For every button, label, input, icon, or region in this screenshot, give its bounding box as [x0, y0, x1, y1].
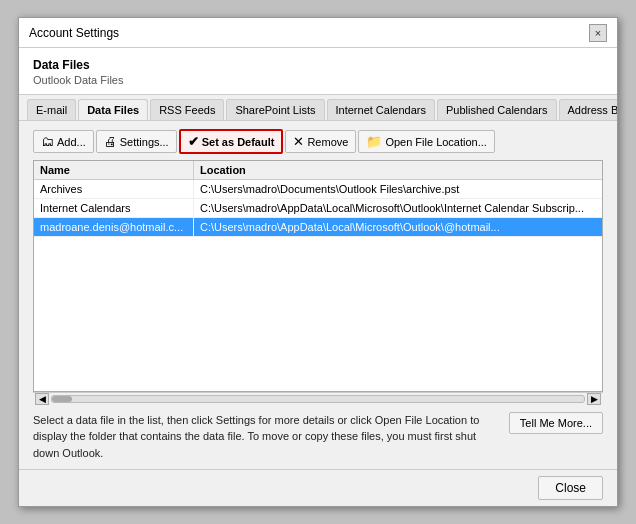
tab-address-books[interactable]: Address Books: [559, 99, 617, 120]
set-default-label: Set as Default: [202, 136, 275, 148]
title-bar: Account Settings ×: [19, 18, 617, 48]
col-location-header: Location: [194, 161, 602, 179]
dialog-title: Account Settings: [29, 26, 119, 40]
table-row-selected[interactable]: madroane.denis@hotmail.c... C:\Users\mad…: [34, 218, 602, 237]
remove-icon: ✕: [293, 134, 304, 149]
tabs-bar: E-mail Data Files RSS Feeds SharePoint L…: [19, 95, 617, 121]
close-dialog-button[interactable]: Close: [538, 476, 603, 500]
add-icon: 🗂: [41, 134, 54, 149]
table-row[interactable]: Archives C:\Users\madro\Documents\Outloo…: [34, 180, 602, 199]
remove-label: Remove: [307, 136, 348, 148]
remove-button[interactable]: ✕ Remove: [285, 130, 356, 153]
row-location: C:\Users\madro\AppData\Local\Microsoft\O…: [194, 199, 602, 217]
horizontal-scrollbar[interactable]: ◀ ▶: [33, 392, 603, 406]
tab-email[interactable]: E-mail: [27, 99, 76, 120]
scroll-right-btn[interactable]: ▶: [587, 393, 601, 405]
settings-icon: 🖨: [104, 134, 117, 149]
checkmark-icon: ✔: [188, 134, 199, 149]
add-label: Add...: [57, 136, 86, 148]
open-file-button[interactable]: 📁 Open File Location...: [358, 130, 495, 153]
add-button[interactable]: 🗂 Add...: [33, 130, 94, 153]
data-files-area: Name Location Archives C:\Users\madro\Do…: [33, 160, 603, 406]
account-settings-dialog: Account Settings × Data Files Outlook Da…: [18, 17, 618, 507]
tab-data-files[interactable]: Data Files: [78, 99, 148, 121]
table-header: Name Location: [34, 161, 602, 180]
row-location: C:\Users\madro\AppData\Local\Microsoft\O…: [194, 218, 602, 236]
dialog-footer: Close: [19, 469, 617, 506]
scroll-left-btn[interactable]: ◀: [35, 393, 49, 405]
content-area: 🗂 Add... 🖨 Settings... ✔ Set as Default …: [19, 121, 617, 469]
set-default-button[interactable]: ✔ Set as Default: [179, 129, 284, 154]
folder-icon: 📁: [366, 134, 382, 149]
settings-label: Settings...: [120, 136, 169, 148]
header-title: Data Files: [33, 58, 603, 72]
data-files-table[interactable]: Name Location Archives C:\Users\madro\Do…: [33, 160, 603, 392]
tab-sharepoint[interactable]: SharePoint Lists: [226, 99, 324, 120]
scrollbar-thumb[interactable]: [52, 396, 72, 402]
open-file-label: Open File Location...: [385, 136, 487, 148]
scrollbar-track[interactable]: [51, 395, 585, 403]
row-name: madroane.denis@hotmail.c...: [34, 218, 194, 236]
tab-internet-calendars[interactable]: Internet Calendars: [327, 99, 436, 120]
header-section: Data Files Outlook Data Files: [19, 48, 617, 95]
col-name-header: Name: [34, 161, 194, 179]
tell-more-button[interactable]: Tell Me More...: [509, 412, 603, 434]
header-subtitle: Outlook Data Files: [33, 74, 603, 86]
description-area: Select a data file in the list, then cli…: [33, 412, 603, 462]
row-name: Archives: [34, 180, 194, 198]
title-close-button[interactable]: ×: [589, 24, 607, 42]
description-text: Select a data file in the list, then cli…: [33, 412, 501, 462]
row-location: C:\Users\madro\Documents\Outlook Files\a…: [194, 180, 602, 198]
tab-published-calendars[interactable]: Published Calendars: [437, 99, 557, 120]
table-row[interactable]: Internet Calendars C:\Users\madro\AppDat…: [34, 199, 602, 218]
toolbar: 🗂 Add... 🖨 Settings... ✔ Set as Default …: [33, 129, 603, 154]
settings-button[interactable]: 🖨 Settings...: [96, 130, 177, 153]
row-name: Internet Calendars: [34, 199, 194, 217]
tab-rss-feeds[interactable]: RSS Feeds: [150, 99, 224, 120]
